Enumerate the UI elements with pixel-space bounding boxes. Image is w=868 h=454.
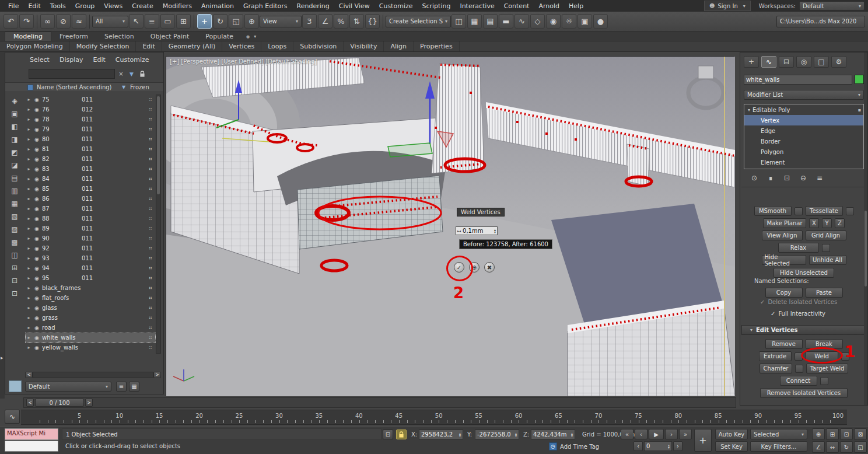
visibility-eye-icon[interactable]: ◉ — [33, 295, 41, 301]
spinner-icon[interactable]: ▴▾ — [459, 432, 461, 437]
object-name-field[interactable]: white_walls — [744, 75, 852, 85]
snaps-toggle-icon[interactable]: 3 — [302, 14, 317, 29]
search-filter-funnel-icon[interactable]: ▼ — [127, 69, 136, 79]
menu-item[interactable]: Tools — [46, 1, 71, 11]
explorer-menu-item[interactable]: Select — [30, 56, 50, 64]
frozen-toggle-icon[interactable]: ⠶ — [145, 137, 156, 142]
79[interactable]: ▸ ◉ 79 011 ⠶ — [25, 124, 156, 134]
menu-item[interactable]: Interactive — [455, 1, 499, 11]
frozen-toggle-icon[interactable]: ⠶ — [145, 206, 156, 211]
tessellate-settings-icon[interactable] — [846, 207, 854, 215]
76[interactable]: ▸ ◉ 76 012 ⠶ — [25, 104, 156, 114]
explorer-menu-item[interactable]: Display — [60, 56, 83, 64]
89[interactable]: ▸ ◉ 89 011 ⠶ — [25, 223, 156, 233]
sign-in-button[interactable]: ☻ Sign In ▾ — [704, 1, 751, 11]
ribbon-tab[interactable]: Selection — [96, 32, 142, 41]
expand-icon[interactable]: ▸ — [25, 97, 33, 102]
display-spacewarps-icon[interactable]: ▥ — [7, 184, 22, 197]
visibility-eye-icon[interactable]: ◉ — [33, 315, 41, 321]
visibility-eye-icon[interactable]: ◉ — [33, 97, 41, 103]
frozen-toggle-icon[interactable]: ⠶ — [145, 156, 156, 162]
menu-item[interactable]: Civil View — [334, 1, 374, 11]
visibility-eye-icon[interactable]: ◉ — [33, 275, 41, 281]
visibility-eye-icon[interactable]: ◉ — [33, 236, 41, 242]
set-keys-button[interactable]: + — [694, 429, 712, 452]
menu-item[interactable]: Edit — [23, 1, 45, 11]
caret-down-icon[interactable]: ▾ — [748, 107, 750, 113]
previous-frame-icon[interactable]: ‹ — [635, 429, 648, 439]
stack-item-editable-poly[interactable]: ▾ Editable Poly ▪ — [744, 104, 863, 115]
frozen-toggle-icon[interactable]: ⠶ — [145, 246, 156, 251]
ribbon-panel-title[interactable]: Polygon Modeling — [0, 41, 70, 51]
expand-icon[interactable]: ▸ — [25, 236, 33, 241]
selection-lock-icon[interactable] — [396, 429, 407, 439]
expand-icon[interactable]: ▸ — [25, 196, 33, 201]
relax-button[interactable]: Relax — [778, 243, 819, 253]
frozen-toggle-icon[interactable]: ⠶ — [145, 335, 156, 340]
msmooth-settings-icon[interactable] — [794, 207, 803, 215]
layer-manager-icon[interactable]: ▤ — [483, 14, 498, 29]
modifier-list-dropdown[interactable]: Modifier List ▾ — [744, 90, 864, 100]
workspaces-dropdown[interactable]: Default ▾ — [799, 1, 864, 11]
spinner-icon[interactable]: ▴▾ — [571, 432, 573, 437]
next-frame-icon[interactable]: > — [85, 399, 93, 407]
frozen-toggle-icon[interactable]: ⠶ — [145, 196, 156, 201]
menu-item[interactable]: Customize — [374, 1, 418, 11]
orbit-icon[interactable]: ↻ — [840, 441, 853, 453]
play-icon[interactable]: ▶ — [649, 429, 664, 439]
menu-item[interactable]: Animation — [197, 1, 239, 11]
78[interactable]: ▸ ◉ 78 011 ⠶ — [25, 114, 156, 124]
grid-align-button[interactable]: Grid Align — [806, 231, 846, 240]
prev-frame-icon[interactable]: < — [26, 399, 34, 407]
zoom-region-icon[interactable]: ⊠ — [854, 428, 867, 440]
material-editor-icon[interactable]: ◉ — [546, 14, 561, 29]
utilities-tab-icon[interactable]: ⚙ — [831, 56, 846, 68]
go-to-start-icon[interactable]: « — [621, 429, 634, 439]
align-icon[interactable]: ▦ — [467, 14, 482, 29]
display-groups-icon[interactable]: ▦ — [7, 197, 22, 210]
frozen-toggle-icon[interactable]: ⠶ — [145, 146, 156, 152]
scene-3d-render[interactable] — [166, 57, 735, 396]
display-helpers-icon[interactable]: ▤ — [7, 172, 22, 184]
85[interactable]: ▸ ◉ 85 011 ⠶ — [25, 184, 156, 194]
planar-z-button[interactable]: Z — [835, 218, 845, 228]
frozen-toggle-icon[interactable]: ⠶ — [145, 107, 156, 112]
menu-item[interactable]: File — [4, 1, 23, 11]
stack-state-icon[interactable]: ▪ — [858, 107, 861, 113]
menu-item[interactable]: Scripting — [417, 1, 455, 11]
select-by-name-icon[interactable]: ≡ — [145, 14, 159, 29]
ribbon-panel-title[interactable]: Properties — [414, 41, 460, 51]
panel-scrollbar[interactable] — [864, 53, 867, 405]
visibility-eye-icon[interactable]: ◉ — [33, 335, 41, 341]
delete-isolated-vertices-checkbox[interactable]: ✓ Delete Isolated Vertices — [760, 299, 837, 305]
frozen-toggle-icon[interactable]: ⠶ — [145, 216, 156, 221]
visibility-eye-icon[interactable]: ◉ — [33, 127, 41, 132]
chamfer-button[interactable]: Chamfer — [760, 364, 792, 373]
caret-down-icon[interactable]: ▾ — [254, 34, 256, 39]
82[interactable]: ▸ ◉ 82 011 ⠶ — [25, 154, 156, 164]
83[interactable]: ▸ ◉ 83 011 ⠶ — [25, 164, 156, 174]
mini-curve-editor-icon[interactable]: ∿ — [5, 410, 20, 424]
make-unique-icon[interactable]: ⊡ — [781, 173, 793, 183]
full-interactivity-checkbox[interactable]: ✓ Full Interactivity — [771, 310, 825, 317]
visibility-eye-icon[interactable]: ◉ — [33, 196, 41, 202]
frozen-toggle-icon[interactable]: ⠶ — [145, 186, 156, 191]
search-lock-icon[interactable] — [138, 69, 147, 79]
percent-snap-icon[interactable]: % — [334, 14, 348, 29]
92[interactable]: ▸ ◉ 92 011 ⠶ — [25, 243, 156, 253]
remove-modifier-icon[interactable]: ⊖ — [797, 173, 809, 183]
connect-settings-icon[interactable] — [820, 377, 828, 385]
frozen-toggle-icon[interactable]: ⠶ — [145, 315, 156, 320]
unlink-selection-icon[interactable]: ⊘ — [56, 14, 71, 29]
rectangular-selection-icon[interactable]: ▭ — [160, 14, 175, 29]
visibility-eye-icon[interactable]: ◉ — [33, 285, 41, 291]
expand-icon[interactable]: ▸ — [25, 186, 33, 191]
expand-icon[interactable]: ▸ — [25, 146, 33, 152]
81[interactable]: ▸ ◉ 81 011 ⠶ — [25, 144, 156, 154]
display-cameras-icon[interactable]: ◪ — [7, 159, 22, 172]
menu-item[interactable]: Create — [127, 1, 158, 11]
key-mode-dropdown[interactable]: Selected ▾ — [750, 429, 807, 439]
explorer-menu-item[interactable]: Customize — [116, 56, 149, 64]
expand-icon[interactable]: ▸ — [25, 335, 33, 340]
menu-item[interactable]: Arnold — [534, 1, 564, 11]
